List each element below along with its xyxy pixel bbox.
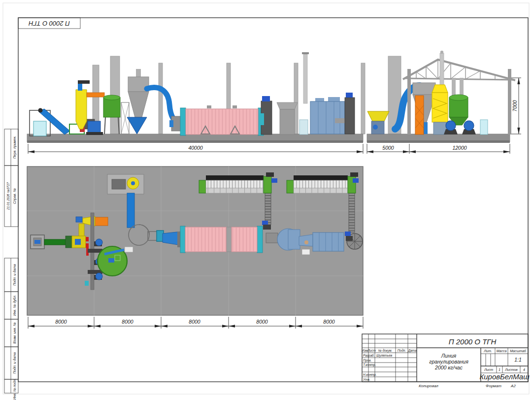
drawing-sheet: П 2000 О ТГН Перв. примен. Справ. № 21.0…	[0, 0, 532, 400]
dim-plan-bay-2: 8000	[122, 319, 133, 325]
infeed-box-plan	[31, 235, 44, 249]
footer-format-value: А2	[510, 384, 516, 388]
dim-plan-bay-1: 8000	[55, 319, 67, 325]
margin-label-vzam-inv: Взам. инв. №	[13, 322, 16, 344]
row-nkontr: Н.контр.	[363, 373, 377, 377]
margin-note-sprav: 21.01.2026 №0727	[6, 182, 10, 210]
doc-name-line2: гранулирования	[429, 359, 468, 365]
dim-plan-bay-4: 8000	[256, 319, 268, 325]
platform-main	[27, 134, 363, 143]
scale-value: 1:1	[514, 357, 522, 363]
lit-label: Лит.	[483, 349, 492, 353]
downpipe-blue-plan	[127, 193, 134, 228]
sheets-label: Листов	[504, 368, 518, 371]
title-block: П 2000 О ТГН Линия гранулирования 2000 к…	[362, 334, 530, 382]
col-podp: Подп.	[398, 349, 406, 352]
discharge-elevator-2	[345, 93, 355, 134]
dim-plan-bay-5: 8000	[323, 319, 335, 325]
corner-stamp: П 2000 О ТГН	[18, 18, 80, 29]
orange-box-plan	[95, 217, 108, 226]
sheet-footer: Копировал Формат А2	[419, 384, 516, 388]
sheet-label: Лист	[484, 368, 493, 371]
row-utv: Утв.	[363, 378, 370, 381]
dim-elevation-right-1: 5000	[382, 145, 394, 151]
dim-elevation-main: 40000	[188, 145, 202, 151]
titleblock-designation: П 2000 О ТГН	[449, 337, 497, 346]
margin-label-sprav-no: Справ. №	[13, 188, 17, 204]
cyclone-box-plan	[107, 174, 144, 194]
dim-plan-bay-3: 8000	[189, 319, 200, 325]
discharge-elevator-1	[259, 96, 272, 134]
company-name: КировБелМаш	[479, 372, 530, 381]
margin-label-inv-podl: Инв. № подл.	[13, 378, 16, 400]
footer-format-label: Формат	[486, 384, 501, 388]
margin-label-perv-primen: Перв. примен.	[13, 136, 17, 159]
cyclone-fan-blue	[127, 117, 147, 134]
sheet-value: 1	[499, 368, 500, 371]
col-list: Лист	[367, 349, 376, 352]
massa-label: Масса	[497, 349, 507, 353]
chimney-roof	[440, 51, 444, 87]
furnace-unit-blue	[310, 97, 346, 134]
chimney-small	[302, 52, 309, 103]
col-doc: № докум.	[378, 349, 393, 353]
doc-name-line1: Линия	[441, 353, 457, 359]
row-razrab: Разраб.	[363, 354, 375, 358]
sheets-value: 4	[523, 368, 525, 371]
cyclone-gray	[128, 69, 149, 117]
row-tkontr: Т.контр.	[363, 363, 376, 367]
tower-orange	[415, 96, 424, 134]
plan-view	[27, 167, 363, 315]
sieve-yellow	[432, 85, 448, 134]
margin-label-podp-data-2: Подп. и дата	[13, 352, 16, 374]
rotary-drum-dryer-side	[169, 105, 264, 135]
row-prov: Пров.	[363, 359, 371, 363]
doc-name-line3: 2000 кг/час	[434, 365, 463, 370]
round-hopper-gray	[277, 102, 298, 134]
col-data: Дата	[407, 349, 417, 353]
rotary-drum-dryer-plan	[177, 226, 263, 253]
platform-right	[367, 134, 510, 143]
masshtab-label: Масштаб	[510, 349, 527, 353]
dim-elevation-right-2: 12000	[452, 145, 466, 151]
dim-elevation-height: 7000	[512, 100, 518, 112]
cabinet-cyan	[480, 120, 488, 134]
corner-stamp-text: П 2000 О ТГН	[29, 20, 70, 27]
elevation-view	[27, 51, 515, 143]
footer-copied: Копировал	[419, 384, 438, 388]
margin-label-inv-dubl: Инв. № дубл.	[13, 295, 17, 316]
margin-label-podp-data-1: Подп. и дата	[13, 264, 16, 286]
drawing-canvas: П 2000 О ТГН Перв. примен. Справ. № 21.0…	[0, 0, 532, 400]
razrab-name: Шулятьев	[376, 354, 393, 358]
margin-column: Перв. примен. Справ. № 21.01.2026 №0727 …	[4, 129, 18, 400]
duct-orange	[87, 93, 104, 97]
yellow-crusher	[367, 111, 389, 134]
control-cabinet	[299, 120, 308, 134]
